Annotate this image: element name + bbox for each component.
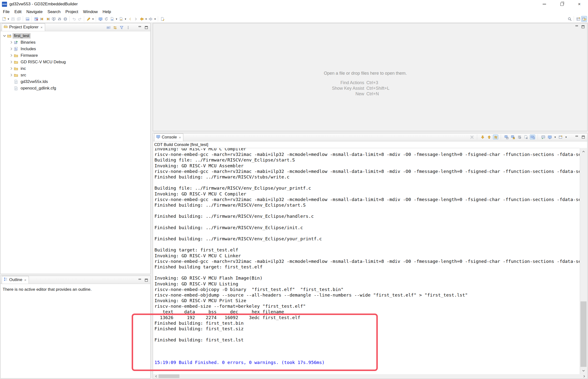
clear-console-button[interactable]	[523, 135, 529, 140]
minimize-view-button[interactable]	[574, 25, 579, 29]
refresh-button[interactable]	[103, 16, 109, 22]
save-all-button[interactable]	[16, 16, 22, 22]
chevron-right-icon[interactable]	[9, 66, 13, 71]
maximize-view-button[interactable]	[143, 278, 149, 283]
display-selected-console-button[interactable]	[541, 135, 546, 140]
undo-button[interactable]	[71, 16, 77, 22]
chevron-right-icon[interactable]	[9, 53, 13, 58]
horizontal-scroll-thumb[interactable]	[159, 374, 179, 378]
close-tab-icon[interactable]: ×	[41, 25, 43, 29]
previous-match-button[interactable]	[486, 135, 492, 140]
new-wizard-button[interactable]	[1, 16, 7, 22]
filter-button[interactable]	[119, 25, 124, 30]
last-edit-location-button[interactable]	[160, 16, 165, 22]
build-dropdown[interactable]: ▾	[115, 16, 118, 22]
settings-sliders-button[interactable]	[57, 16, 62, 22]
link-with-editor-button[interactable]	[112, 25, 118, 30]
menu-window[interactable]: Window	[81, 9, 100, 15]
close-tab-icon[interactable]: ×	[24, 278, 26, 282]
minimize-view-button[interactable]	[137, 25, 142, 30]
chevron-right-icon[interactable]	[9, 47, 13, 51]
minimize-view-button[interactable]	[137, 278, 142, 283]
tab-project-explorer[interactable]: Project Explorer ×	[2, 23, 45, 31]
open-console-dropdown[interactable]: ▾	[554, 134, 557, 140]
highlight-dropdown[interactable]: ▾	[92, 16, 94, 22]
new-wizard-dropdown[interactable]: ▾	[7, 16, 10, 22]
binary-tools-button[interactable]: 010	[25, 16, 30, 22]
back-button[interactable]	[127, 16, 133, 22]
minimize-button[interactable]	[536, 0, 553, 8]
console-vertical-scrollbar[interactable]	[580, 148, 587, 374]
save-output-button[interactable]	[504, 135, 509, 140]
new-console-dropdown[interactable]: ▾	[564, 134, 568, 140]
tree-item-first-test[interactable]: Cfirst_test	[0, 32, 150, 39]
console-horizontal-scrollbar[interactable]	[153, 374, 587, 378]
upload-monitor-button[interactable]	[51, 16, 57, 22]
back-history-button[interactable]	[139, 16, 144, 22]
scroll-lock-button[interactable]	[510, 135, 515, 140]
new-console-view-button[interactable]	[558, 135, 563, 140]
word-wrap-button[interactable]	[517, 135, 522, 140]
restore-button[interactable]	[553, 0, 571, 8]
menu-edit[interactable]: Edit	[12, 9, 24, 15]
external-tools-dropdown[interactable]: ▾	[124, 16, 127, 22]
erase-chip-button[interactable]	[62, 16, 68, 22]
highlight-button[interactable]	[86, 16, 92, 22]
chevron-right-icon[interactable]	[9, 40, 13, 44]
step-forward-button[interactable]	[45, 16, 51, 22]
tree-item-includes[interactable]: hIncludes	[0, 46, 150, 52]
tab-outline[interactable]: Outline ×	[2, 276, 29, 284]
chevron-right-icon[interactable]	[9, 60, 13, 64]
menu-search[interactable]: Search	[45, 9, 63, 15]
forward-history-dropdown[interactable]: ▾	[154, 16, 157, 22]
tree-item-gd-risc-v-mcu-debug[interactable]: GD RISC-V MCU Debug	[0, 59, 150, 65]
tree-item-openocd-gdlink-cfg[interactable]: openocd_gdlink.cfg	[0, 85, 150, 91]
collapse-all-button[interactable]	[106, 25, 111, 30]
vertical-scroll-thumb[interactable]	[580, 301, 587, 367]
scroll-left-arrow[interactable]	[154, 374, 159, 378]
scroll-down-arrow[interactable]	[580, 367, 587, 374]
pin-console-button[interactable]	[530, 135, 535, 140]
search-button[interactable]	[567, 16, 573, 22]
tree-item-firmware[interactable]: Firmware	[0, 52, 150, 59]
maximize-view-button[interactable]	[580, 25, 585, 29]
show-on-output-button[interactable]	[493, 135, 498, 140]
chevron-down-icon[interactable]	[2, 34, 7, 38]
terminate-button[interactable]	[469, 135, 475, 140]
menu-navigate[interactable]: Navigate	[24, 9, 45, 15]
open-perspective-button[interactable]	[575, 16, 581, 22]
back-history-dropdown[interactable]: ▾	[144, 16, 148, 22]
view-menu-button[interactable]	[125, 25, 131, 30]
step-back-button[interactable]	[39, 16, 45, 22]
folder-icon	[14, 60, 18, 64]
toolbar-separator	[574, 16, 574, 21]
console-line: Building file: ../Firmware/RISCV/env_Ecl…	[155, 157, 580, 163]
forward-button[interactable]	[133, 16, 139, 22]
chevron-right-icon[interactable]	[9, 73, 13, 77]
save-button[interactable]	[10, 16, 16, 22]
next-match-button[interactable]	[480, 135, 485, 140]
build-button[interactable]	[109, 16, 115, 22]
maximize-view-button[interactable]	[580, 135, 586, 140]
scroll-right-arrow[interactable]	[582, 374, 587, 378]
minimize-view-button[interactable]	[574, 135, 579, 140]
debug-config-button[interactable]	[33, 16, 39, 22]
redo-button[interactable]	[77, 16, 83, 22]
external-tools-button[interactable]	[118, 16, 124, 22]
open-console-button[interactable]	[547, 135, 552, 140]
tab-console[interactable]: Console ×	[154, 133, 183, 141]
tree-item-binaries[interactable]: 101Binaries	[0, 39, 150, 46]
menu-help[interactable]: Help	[100, 9, 113, 15]
menu-file[interactable]: File	[0, 9, 12, 15]
menu-project[interactable]: Project	[63, 9, 81, 15]
cpp-perspective-button[interactable]	[581, 16, 587, 22]
tree-item-src[interactable]: src	[0, 72, 150, 78]
tree-item-inc[interactable]: inc	[0, 65, 150, 72]
scroll-up-arrow[interactable]	[580, 148, 587, 155]
close-button[interactable]: ×	[571, 0, 588, 8]
maximize-view-button[interactable]	[143, 25, 149, 30]
tree-item-gd32vw55x-lds[interactable]: gd32vw55x.lds	[0, 78, 150, 85]
forward-history-button[interactable]	[148, 16, 154, 22]
console-display-button[interactable]	[97, 16, 103, 22]
close-tab-icon[interactable]: ×	[179, 135, 181, 140]
